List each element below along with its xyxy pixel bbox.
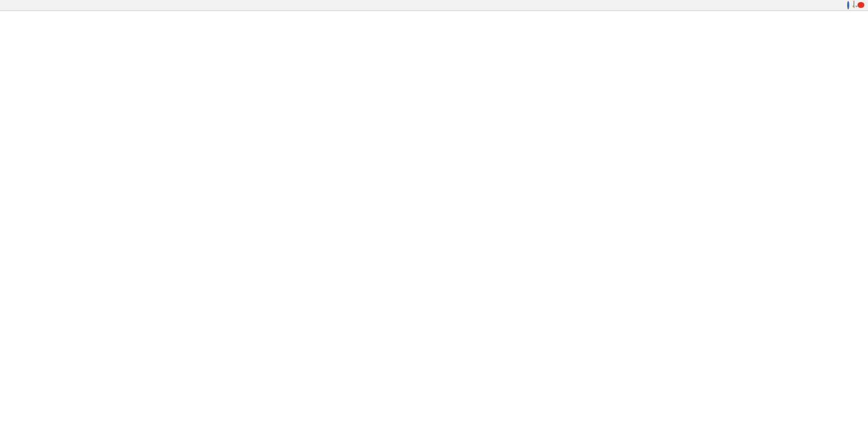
search-icon[interactable] (847, 2, 849, 8)
chat-icon[interactable] (853, 1, 865, 9)
chart-title (6, 15, 13, 16)
chat-badge (858, 2, 864, 8)
mt4-window (0, 0, 868, 436)
chart-canvas[interactable] (0, 10, 868, 436)
toolbar-right (847, 0, 865, 10)
chart-window[interactable] (0, 10, 868, 436)
toolbar (0, 0, 868, 11)
